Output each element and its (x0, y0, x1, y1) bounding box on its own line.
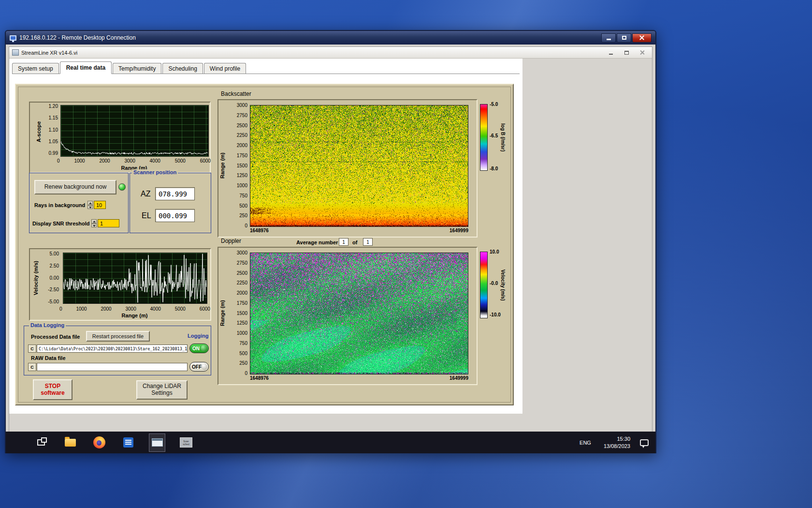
velocity-plot-canvas (63, 253, 207, 304)
background-led-indicator (118, 183, 126, 191)
tick-label: 6000 (200, 306, 210, 312)
processed-path-field[interactable]: C:\Lidar\Data\Proc\2023\202308\20230813\… (37, 344, 188, 353)
tab-real-time-data[interactable]: Real time data (60, 61, 112, 74)
active-app-button[interactable] (149, 433, 165, 452)
logging-label: Logging (188, 333, 208, 339)
toggle-knob (201, 345, 207, 352)
tick-label: 5.00 (50, 251, 59, 256)
rdp-computer-icon (10, 35, 16, 41)
rays-in-background-label: Rays in background (34, 202, 85, 208)
snr-spinner[interactable] (91, 219, 97, 227)
rdp-maximize-button[interactable] (617, 33, 631, 43)
tab-wind-profile[interactable]: Wind profile (204, 63, 246, 74)
tick-label: 3000 (125, 158, 135, 164)
ascope-plot-canvas (60, 105, 209, 157)
tick-label: 2000 (99, 158, 110, 164)
main-panel: A-scope 1.201.151.101.050.99 01000200030… (15, 84, 514, 405)
toggle-on-label: ON (192, 346, 200, 351)
stop-line2: software (41, 389, 64, 396)
spinner-down-icon[interactable] (87, 205, 93, 209)
tick-label: 0.99 (49, 150, 58, 156)
doppler-colorbar-min: -10.0 (490, 312, 501, 317)
spinner-up-icon[interactable] (91, 219, 97, 224)
app-close-button[interactable] (638, 49, 646, 56)
tick-label: 1000 (237, 330, 247, 336)
tab-system-setup[interactable]: System setup (12, 63, 59, 74)
app-window-title: StreamLine XR v14-6.vi (21, 50, 77, 56)
toggle-off-label: OFF (192, 364, 202, 370)
rdp-close-button[interactable] (632, 33, 652, 43)
processed-path-drive-button[interactable]: C (28, 344, 36, 353)
spinner-up-icon[interactable] (87, 201, 93, 205)
minimize-icon (607, 39, 611, 40)
tick-label: 5000 (175, 158, 186, 164)
app-minimize-button[interactable] (607, 49, 615, 56)
processed-data-file-label: Processed Data file (31, 334, 80, 340)
snr-value-field[interactable]: 1 (98, 219, 119, 227)
desktop-background: 192.168.0.122 - Remote Desktop Connectio… (0, 0, 812, 508)
tick-label: 2750 (237, 113, 247, 118)
doppler-colorbar-mid: -0.0 (490, 281, 498, 286)
task-view-button[interactable] (33, 433, 49, 452)
tick-label: 1250 (237, 320, 247, 326)
tick-label: 0 (245, 223, 247, 228)
tick-label: 0.00 (50, 275, 59, 281)
file-explorer-button[interactable] (62, 433, 78, 452)
renew-background-button[interactable]: Renew background now (34, 180, 116, 194)
backscatter-heatmap-canvas (250, 105, 468, 227)
backscatter-colorbar-mid: -6.5 (490, 133, 498, 138)
tab-temp-humidity[interactable]: Temp/humidity (113, 63, 161, 74)
taskbar-clock[interactable]: 15:30 13/08/2023 (604, 435, 630, 450)
ascope-y-axis-label: A-scope (36, 107, 42, 156)
rdp-minimize-button[interactable] (601, 33, 616, 43)
tick-label: 3000 (237, 250, 247, 255)
scan-scheduler-button[interactable]: Scan sched (178, 433, 194, 452)
processed-logging-toggle[interactable]: ON (189, 344, 209, 353)
tick-label: 250 (239, 213, 247, 218)
rays-value-field[interactable]: 10 (94, 201, 106, 209)
restore-icon (624, 51, 629, 55)
spinner-down-icon[interactable] (91, 224, 97, 228)
tick-label: 1.20 (49, 104, 58, 109)
rays-spinner[interactable] (87, 201, 93, 209)
tick-label: 1500 (237, 163, 247, 168)
az-field[interactable]: 078.999 (155, 187, 195, 200)
restart-processed-file-button[interactable]: Restart processed file (86, 331, 150, 342)
stop-software-button[interactable]: STOPsoftware (33, 379, 72, 400)
average-number-field[interactable]: 1 (339, 238, 348, 246)
rdp-titlebar[interactable]: 192.168.0.122 - Remote Desktop Connectio… (6, 31, 655, 45)
backscatter-y-axis: 3000275025002250200017501500125010007505… (227, 103, 247, 228)
raw-logging-toggle[interactable]: OFF (189, 362, 209, 372)
language-indicator[interactable]: ENG (577, 438, 594, 448)
velocity-x-axis-label: Range (m) (63, 313, 206, 318)
firefox-button[interactable] (91, 433, 107, 452)
tick-label: 1000 (237, 183, 247, 188)
tick-label: 2.50 (50, 263, 59, 269)
tick-label: 1750 (237, 300, 247, 306)
doppler-colorbar-max: 10.0 (490, 249, 499, 254)
backscatter-x-end: 1649999 (405, 228, 468, 233)
notification-icon[interactable] (640, 439, 649, 446)
app-blue-button[interactable] (120, 433, 136, 452)
average-of-field[interactable]: 1 (363, 238, 373, 246)
task-view-icon (37, 439, 45, 446)
change-lidar-settings-button[interactable]: Change LiDARSettings (136, 380, 188, 400)
taskbar: Scan sched ENG 15:30 13/08/2023 (6, 432, 655, 453)
app-titlebar[interactable]: StreamLine XR v14-6.vi (9, 47, 652, 59)
doppler-heatmap-canvas (250, 253, 468, 374)
tab-scheduling[interactable]: Scheduling (162, 63, 203, 74)
tick-label: 750 (239, 193, 247, 198)
backscatter-colorbar-min: -8.0 (490, 166, 498, 171)
scanner-position-group: Scanner position AZ 078.999 EL 000.099 (130, 173, 211, 233)
tick-label: 1.05 (49, 139, 58, 144)
raw-path-drive-button[interactable]: C (28, 363, 36, 371)
tick-label: 1000 (74, 158, 85, 164)
raw-path-field[interactable] (37, 363, 188, 371)
scan-scheduler-icon: Scan sched (180, 437, 192, 448)
tick-label: 2000 (101, 306, 111, 312)
tick-label: 1750 (237, 153, 247, 158)
el-field[interactable]: 000.099 (155, 209, 195, 222)
velocity-y-axis: 5.002.500.00-2.50-5.00 (43, 251, 59, 304)
app-restore-button[interactable] (622, 49, 631, 56)
tick-label: 2000 (237, 290, 247, 296)
